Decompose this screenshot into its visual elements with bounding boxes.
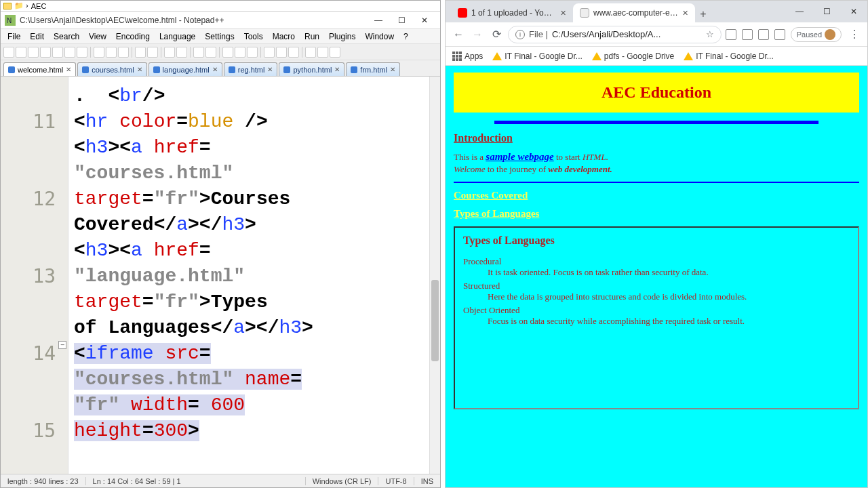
forward-button[interactable]: → — [470, 27, 485, 42]
indent-guide-icon[interactable] — [247, 47, 258, 58]
star-bookmark-icon[interactable]: ☆ — [706, 29, 714, 39]
record-macro-icon[interactable] — [305, 47, 316, 58]
new-tab-button[interactable]: + — [695, 6, 711, 22]
maximize-button[interactable]: ☐ — [390, 13, 413, 28]
intro-paragraph-1: This is a sample webpage to start HTML. — [454, 151, 859, 163]
tab-reg[interactable]: reg.html✕ — [224, 62, 278, 76]
extension-icon[interactable] — [742, 29, 753, 40]
function-list-icon[interactable] — [264, 47, 275, 58]
menu-help[interactable]: ? — [399, 30, 412, 43]
tab-close-icon[interactable]: ✕ — [66, 66, 71, 73]
npp-titlebar: N C:\Users\Anjali\Desktop\AEC\welcome.ht… — [1, 12, 440, 29]
rendered-page: AEC Education Introduction This is a sam… — [446, 66, 867, 487]
tab-close-icon[interactable]: ✕ — [560, 9, 566, 18]
intro-paragraph-2: Welcome to the journey of web developmen… — [454, 164, 859, 175]
menu-view[interactable]: View — [85, 30, 111, 43]
extension-icon[interactable] — [758, 29, 769, 40]
iframe-heading: Types of Languages — [463, 235, 850, 247]
profile-paused-chip[interactable]: Paused — [791, 27, 842, 42]
redo-icon[interactable] — [147, 47, 158, 58]
code-content[interactable]: . <br/> <hr color=blue /> <h3><a href= "… — [68, 77, 440, 474]
copy-icon[interactable] — [106, 47, 117, 58]
minimize-button[interactable]: — — [786, 2, 813, 21]
tab-python[interactable]: python.html✕ — [279, 62, 344, 76]
svg-text:N: N — [7, 17, 12, 24]
chrome-menu-button[interactable]: ⋮ — [847, 27, 862, 42]
find-icon[interactable] — [164, 47, 175, 58]
close-all-icon[interactable] — [64, 47, 75, 58]
tab-language[interactable]: language.html✕ — [149, 62, 222, 76]
close-file-icon[interactable] — [52, 47, 63, 58]
tab-welcome[interactable]: welcome.html✕ — [3, 62, 76, 76]
print-icon[interactable] — [77, 47, 87, 58]
close-button[interactable]: ✕ — [413, 13, 436, 28]
maximize-button[interactable]: ☐ — [813, 2, 840, 21]
npp-toolbar — [1, 44, 440, 60]
menu-plugins[interactable]: Plugins — [325, 30, 359, 43]
link-types-of-languages[interactable]: Types of Languages — [454, 208, 859, 220]
menu-settings[interactable]: Settings — [201, 30, 238, 43]
menu-edit[interactable]: Edit — [26, 30, 48, 43]
explorer-breadcrumb: 📁 › AEC — [1, 1, 440, 12]
address-bar[interactable]: i File | C:/Users/Anjali/Desktop/A... ☆ — [508, 26, 722, 43]
menu-language[interactable]: Language — [155, 30, 199, 43]
folder-tree-icon[interactable] — [276, 47, 287, 58]
menu-window[interactable]: Window — [361, 30, 398, 43]
horizontal-rule — [494, 121, 818, 124]
npp-title-text: C:\Users\Anjali\Desktop\AEC\welcome.html… — [20, 16, 367, 25]
menu-macro[interactable]: Macro — [269, 30, 299, 43]
vertical-scrollbar[interactable] — [429, 77, 440, 474]
list-item: Structured — [463, 281, 850, 291]
menu-encoding[interactable]: Encoding — [112, 30, 154, 43]
new-file-icon[interactable] — [3, 47, 14, 58]
close-button[interactable]: ✕ — [840, 2, 867, 21]
save-all-icon[interactable] — [40, 47, 51, 58]
page-title: AEC Education — [459, 83, 854, 102]
site-info-icon[interactable]: i — [515, 30, 525, 39]
tab-courses[interactable]: courses.html✕ — [77, 62, 146, 76]
open-file-icon[interactable] — [16, 47, 26, 58]
save-icon[interactable] — [28, 47, 39, 58]
notepad-plus-plus-window: 📁 › AEC N C:\Users\Anjali\Desktop\AEC\we… — [0, 0, 441, 488]
chrome-tab-youtube[interactable]: 1 of 1 uploaded - YouTube ✕ — [451, 3, 573, 22]
undo-icon[interactable] — [135, 47, 146, 58]
menu-search[interactable]: Search — [50, 30, 83, 43]
zoom-out-icon[interactable] — [205, 47, 216, 58]
bookmark-item[interactable]: pdfs - Google Drive — [592, 52, 674, 61]
status-length: length : 940 lines : 23 — [1, 477, 86, 485]
zoom-in-icon[interactable] — [193, 47, 204, 58]
menu-tools[interactable]: Tools — [240, 30, 267, 43]
monitor-icon[interactable] — [330, 47, 340, 58]
tab-frm[interactable]: frm.html✕ — [346, 62, 400, 76]
menu-file[interactable]: File — [3, 30, 24, 43]
menu-run[interactable]: Run — [300, 30, 323, 43]
npp-editor-area[interactable]: 11 12 13 14 15 − . <br/> <hr color=blue … — [1, 77, 440, 474]
google-drive-icon — [592, 52, 601, 60]
url-scheme: File | — [529, 29, 548, 39]
bookmark-item[interactable]: IT Final - Google Dr... — [684, 52, 774, 61]
reload-button[interactable]: ⟳ — [489, 27, 504, 42]
list-item: Procedural — [463, 256, 850, 267]
horizontal-rule — [454, 182, 859, 183]
back-button[interactable]: ← — [451, 27, 466, 42]
show-all-icon[interactable] — [235, 47, 245, 58]
sample-webpage-link[interactable]: sample webpage — [486, 151, 553, 162]
fold-minus-icon[interactable]: − — [58, 341, 66, 349]
bookmark-item[interactable]: IT Final - Google Dr... — [492, 52, 583, 61]
apps-shortcut[interactable]: Apps — [452, 52, 483, 61]
tab-close-icon[interactable]: ✕ — [682, 9, 688, 18]
extension-icon[interactable] — [726, 29, 736, 40]
replace-icon[interactable] — [176, 47, 187, 58]
wordwrap-icon[interactable] — [222, 47, 233, 58]
doc-map-icon[interactable] — [288, 47, 299, 58]
play-macro-icon[interactable] — [317, 47, 328, 58]
paste-icon[interactable] — [118, 47, 129, 58]
extension-icon[interactable] — [774, 29, 785, 40]
link-courses-covered[interactable]: Courses Covered — [454, 190, 859, 201]
section-heading-introduction: Introduction — [454, 132, 859, 144]
minimize-button[interactable]: — — [367, 13, 390, 28]
chrome-tab-aec[interactable]: www.aec-computer-educatic ✕ — [573, 3, 695, 22]
status-eol: Windows (CR LF) — [306, 477, 379, 485]
cut-icon[interactable] — [94, 47, 104, 58]
list-item-desc: Here the data is grouped into structures… — [488, 291, 850, 302]
